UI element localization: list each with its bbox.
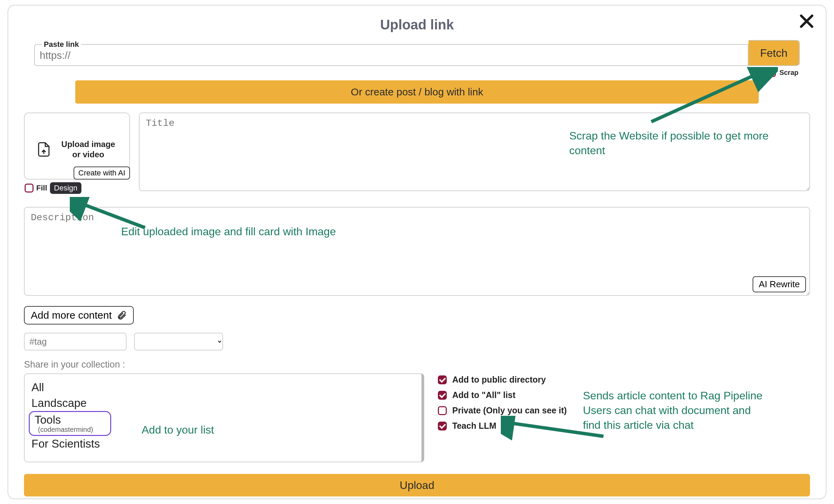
create-post-button[interactable]: Or create post / blog with link (75, 80, 759, 104)
options-column: Add to public directory Add to "All" lis… (438, 373, 567, 431)
close-button[interactable] (797, 12, 816, 31)
tag-row (24, 333, 810, 350)
link-row: Paste link Fetch (34, 40, 800, 66)
fill-checkbox[interactable] (25, 184, 34, 193)
teach-llm-checkbox[interactable] (438, 422, 447, 430)
link-legend: Paste link (42, 40, 81, 49)
create-with-ai-button[interactable]: Create with AI (74, 167, 130, 180)
scrap-checkbox[interactable] (767, 68, 776, 77)
upload-link-modal: Upload link Paste link Fetch Scrap Or cr… (8, 5, 826, 499)
upload-button[interactable]: Upload (24, 474, 810, 496)
below-card-controls: Fill Design (25, 182, 130, 194)
tag-select[interactable] (134, 333, 223, 350)
scrap-label: Scrap (779, 69, 798, 77)
description-input[interactable] (24, 207, 810, 296)
ai-rewrite-button[interactable]: AI Rewrite (753, 276, 806, 292)
title-input[interactable] (139, 112, 810, 191)
link-input[interactable] (40, 49, 743, 65)
public-directory-checkbox[interactable] (438, 375, 447, 384)
collection-item[interactable]: Tools(codemastermind) (29, 411, 111, 436)
scrap-row: Scrap (24, 68, 798, 77)
description-wrap: AI Rewrite (24, 207, 810, 297)
upload-card-text: Upload image or video (57, 139, 119, 160)
close-icon (798, 13, 815, 29)
fetch-button[interactable]: Fetch (748, 40, 800, 66)
bottom-row: AllLandscapeTools(codemastermind)For Sci… (24, 373, 810, 462)
link-fieldset: Paste link (34, 40, 748, 66)
upload-card-column: Upload image or video Create with AI Fil… (24, 112, 130, 194)
upload-card[interactable]: Upload image or video Create with AI (24, 112, 130, 180)
add-more-label: Add more content (31, 309, 112, 321)
add-all-checkbox[interactable] (438, 391, 447, 400)
attachment-icon (117, 310, 127, 320)
option-add-all[interactable]: Add to "All" list (438, 390, 567, 400)
private-checkbox[interactable] (438, 406, 447, 415)
option-public-directory[interactable]: Add to public directory (438, 375, 567, 385)
collection-item[interactable]: Landscape (31, 395, 415, 411)
option-teach-llm[interactable]: Teach LLM (438, 421, 567, 431)
add-more-content-button[interactable]: Add more content (24, 306, 134, 324)
collection-item[interactable]: For Scientists (31, 436, 415, 452)
share-label: Share in your collection : (24, 359, 810, 370)
option-private[interactable]: Private (Only you can see it) (438, 406, 567, 415)
collections-list[interactable]: AllLandscapeTools(codemastermind)For Sci… (24, 373, 424, 462)
fill-label: Fill (36, 184, 47, 193)
title-area (139, 112, 810, 194)
modal-title: Upload link (24, 17, 810, 32)
tag-input[interactable] (24, 333, 127, 350)
content-row: Upload image or video Create with AI Fil… (24, 112, 810, 194)
collection-item[interactable]: All (31, 380, 415, 395)
design-button[interactable]: Design (50, 182, 81, 194)
upload-file-icon (35, 141, 53, 158)
